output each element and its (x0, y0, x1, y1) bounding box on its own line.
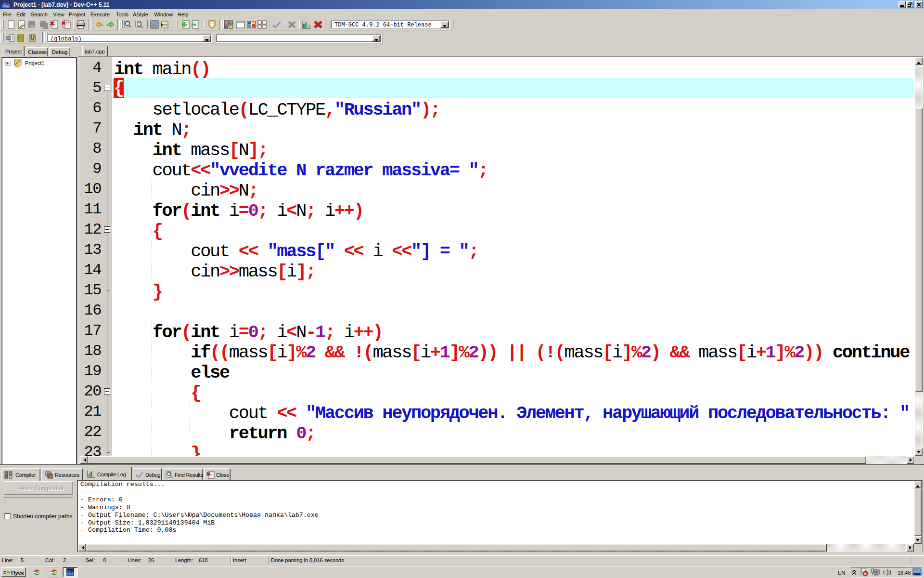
svg-text:DEV: DEV (67, 569, 73, 572)
svg-text:DEV: DEV (3, 1, 9, 4)
svg-text:C++: C++ (3, 5, 9, 8)
svg-text:C++: C++ (67, 572, 73, 576)
